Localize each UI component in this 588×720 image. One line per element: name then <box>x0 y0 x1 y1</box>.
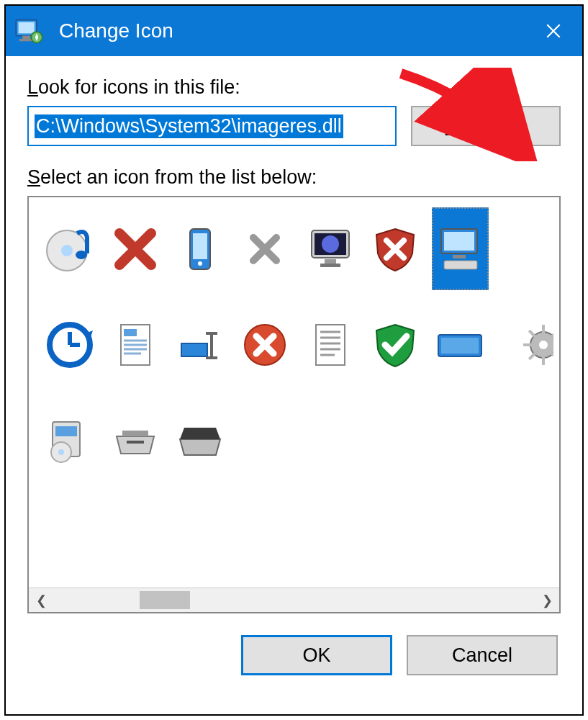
close-button[interactable] <box>532 9 575 53</box>
cancel-button[interactable]: Cancel <box>407 635 558 675</box>
app-icon <box>13 15 45 47</box>
icon-clock-blue[interactable] <box>42 303 98 386</box>
svg-point-10 <box>198 261 202 266</box>
icon-list: ❮ ❯ <box>27 196 561 613</box>
icon-gear[interactable] <box>497 303 553 386</box>
svg-rect-35 <box>523 343 532 346</box>
icon-software-box[interactable] <box>42 399 98 482</box>
svg-rect-14 <box>325 259 336 264</box>
svg-rect-27 <box>441 338 479 354</box>
icon-document-page[interactable] <box>107 303 163 386</box>
svg-rect-1 <box>19 22 35 33</box>
svg-rect-2 <box>22 36 30 39</box>
scroll-right-button[interactable]: ❯ <box>535 588 559 613</box>
titlebar: Change Icon <box>6 6 582 56</box>
svg-rect-42 <box>127 441 144 444</box>
scroll-track[interactable] <box>53 588 535 612</box>
horizontal-scrollbar[interactable]: ❮ ❯ <box>29 588 559 612</box>
icon-phone[interactable] <box>172 207 228 290</box>
icon-red-x[interactable] <box>107 207 163 290</box>
icon-computer[interactable] <box>432 207 488 290</box>
icon-grey-x[interactable] <box>237 207 293 290</box>
svg-point-13 <box>322 235 339 253</box>
scroll-thumb[interactable] <box>140 591 190 609</box>
svg-rect-19 <box>444 261 477 269</box>
titlebar-title: Change Icon <box>59 19 532 42</box>
icon-scanner[interactable] <box>172 399 228 482</box>
svg-rect-33 <box>542 356 545 365</box>
icon-text-file[interactable] <box>302 303 358 386</box>
icon-music-disc[interactable] <box>42 207 98 290</box>
svg-rect-9 <box>193 233 207 259</box>
svg-point-6 <box>61 245 73 256</box>
svg-rect-29 <box>542 325 545 333</box>
svg-rect-18 <box>453 255 466 258</box>
svg-rect-25 <box>316 325 345 365</box>
look-for-label: Look for icons in this file: <box>27 76 561 99</box>
svg-point-41 <box>58 449 64 455</box>
icon-shield-green-check[interactable] <box>367 303 423 386</box>
svg-rect-23 <box>181 343 207 356</box>
svg-rect-15 <box>320 264 340 267</box>
icon-widescreen[interactable] <box>432 303 488 386</box>
icon-monitor-globe[interactable] <box>302 207 358 290</box>
svg-rect-36 <box>528 329 536 337</box>
svg-rect-39 <box>55 426 77 436</box>
change-icon-dialog: Change Icon Look for icons in this file:… <box>4 4 584 716</box>
icon-file-path-input[interactable]: C:\Windows\System32\imageres.dll <box>27 106 397 146</box>
icon-error-circle[interactable] <box>237 303 293 386</box>
icon-rename[interactable] <box>172 303 228 386</box>
svg-point-7 <box>76 251 87 259</box>
svg-rect-34 <box>528 351 536 359</box>
icon-shield-red-x[interactable] <box>367 207 423 290</box>
icon-blank[interactable] <box>497 207 553 290</box>
svg-point-37 <box>539 341 548 349</box>
scroll-left-button[interactable]: ❮ <box>29 588 53 613</box>
svg-rect-22 <box>124 329 137 336</box>
browse-button[interactable]: Browse... <box>411 106 561 146</box>
select-icon-label: Select an icon from the list below: <box>27 166 561 189</box>
icon-file-path-value: C:\Windows\System32\imageres.dll <box>35 114 343 138</box>
ok-button[interactable]: OK <box>241 635 392 675</box>
svg-rect-17 <box>444 232 474 251</box>
svg-rect-43 <box>122 431 148 436</box>
icon-grid <box>42 207 553 577</box>
icon-floppy-drive[interactable] <box>107 399 163 482</box>
